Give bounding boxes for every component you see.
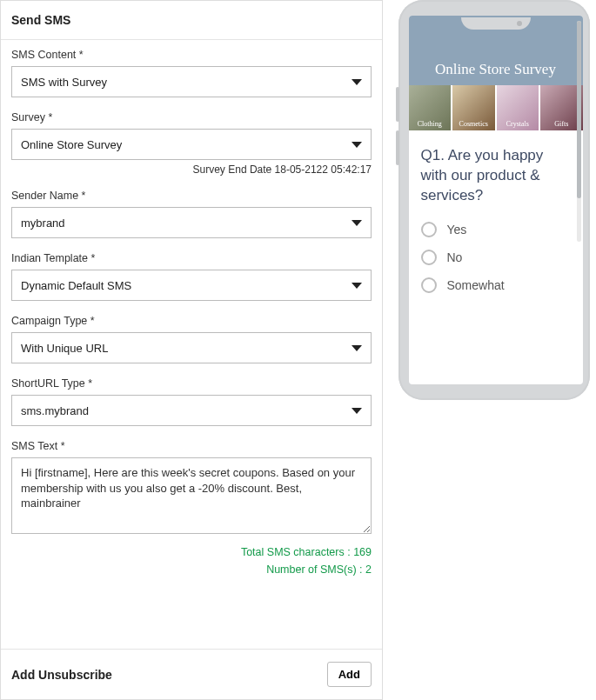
radio-icon [421, 250, 437, 265]
option-yes[interactable]: Yes [421, 222, 571, 237]
phone-preview: Online Store Survey Clothing Cosmetics C… [392, 0, 596, 700]
shorturl-type-select[interactable]: sms.mybrand [11, 395, 372, 426]
sms-text-input[interactable] [11, 457, 372, 534]
num-sms: Number of SMS(s) : 2 [11, 561, 372, 578]
survey-question-area: Q1. Are you happy with our product & ser… [409, 130, 583, 321]
scrollbar-thumb[interactable] [577, 21, 581, 198]
panel-title: Send SMS [1, 1, 382, 40]
add-unsubscribe-section: Add Unsubscribe Add [1, 649, 382, 699]
phone-side-button [396, 87, 399, 122]
indian-template-select[interactable]: Dynamic Default SMS [11, 270, 372, 301]
shorturl-type-value: sms.mybrand [21, 404, 352, 417]
sms-text-label: SMS Text * [11, 440, 372, 452]
total-chars: Total SMS characters : 169 [11, 543, 372, 561]
option-label: Somewhat [447, 278, 505, 292]
add-unsubscribe-label: Add Unsubscribe [11, 668, 112, 682]
field-sms-content: SMS Content * SMS with Survey [11, 49, 372, 97]
shorturl-type-label: ShortURL Type * [11, 377, 372, 390]
thumb-clothing: Clothing [409, 85, 452, 130]
survey-question: Q1. Are you happy with our product & ser… [421, 146, 571, 206]
chevron-down-icon [352, 283, 362, 289]
add-button[interactable]: Add [327, 662, 372, 687]
option-label: Yes [447, 223, 467, 237]
phone-screen: Online Store Survey Clothing Cosmetics C… [409, 16, 583, 384]
sender-name-select[interactable]: mybrand [11, 207, 372, 238]
indian-template-label: Indian Template * [11, 252, 372, 264]
indian-template-value: Dynamic Default SMS [21, 279, 352, 292]
chevron-down-icon [352, 79, 362, 85]
survey-value: Online Store Survey [21, 138, 352, 151]
field-campaign-type: Campaign Type * With Unique URL [11, 315, 372, 363]
campaign-type-value: With Unique URL [21, 342, 352, 355]
chevron-down-icon [352, 345, 362, 351]
sms-counters: Total SMS characters : 169 Number of SMS… [11, 543, 372, 578]
option-somewhat[interactable]: Somewhat [421, 277, 571, 293]
field-sender-name: Sender Name * mybrand [11, 190, 372, 238]
survey-label: Survey * [11, 111, 372, 123]
sender-name-label: Sender Name * [11, 190, 372, 202]
sender-name-value: mybrand [21, 217, 352, 230]
survey-select[interactable]: Online Store Survey [11, 129, 372, 160]
campaign-type-label: Campaign Type * [11, 315, 372, 327]
campaign-type-select[interactable]: With Unique URL [11, 332, 372, 363]
chevron-down-icon [352, 408, 362, 414]
field-shorturl-type: ShortURL Type * sms.mybrand [11, 377, 372, 426]
field-survey: Survey * Online Store Survey Survey End … [11, 111, 372, 176]
survey-image-row: Clothing Cosmetics Crystals Gifts [409, 85, 583, 130]
radio-icon [421, 222, 437, 237]
sms-content-value: SMS with Survey [21, 76, 352, 89]
field-sms-text: SMS Text * Total SMS characters : 169 Nu… [11, 440, 372, 578]
phone-notch [461, 17, 531, 30]
field-indian-template: Indian Template * Dynamic Default SMS [11, 252, 372, 301]
radio-icon [421, 277, 437, 293]
option-no[interactable]: No [421, 250, 571, 265]
phone-side-button [396, 130, 399, 165]
phone-frame: Online Store Survey Clothing Cosmetics C… [398, 0, 590, 400]
survey-end-date: Survey End Date 18-05-2122 05:42:17 [11, 163, 372, 176]
chevron-down-icon [352, 220, 362, 226]
option-label: No [447, 250, 463, 264]
scrollbar[interactable] [577, 21, 581, 242]
thumb-crystals: Crystals [497, 85, 539, 130]
sms-content-label: SMS Content * [11, 49, 372, 61]
thumb-cosmetics: Cosmetics [452, 85, 495, 130]
survey-title: Online Store Survey [435, 61, 556, 78]
chevron-down-icon [352, 142, 362, 148]
sms-content-select[interactable]: SMS with Survey [11, 66, 372, 97]
send-sms-form: Send SMS SMS Content * SMS with Survey S… [0, 0, 383, 700]
